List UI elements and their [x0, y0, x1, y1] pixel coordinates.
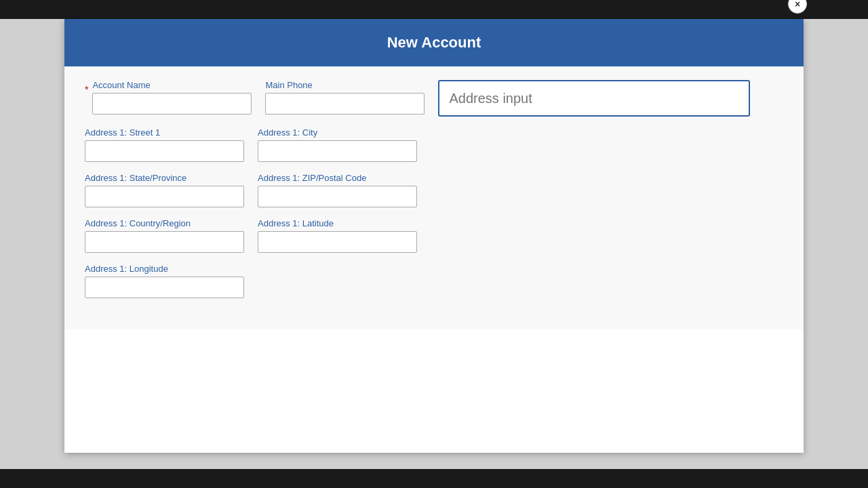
longitude-input[interactable]	[85, 277, 244, 298]
modal-header: New Account	[64, 19, 804, 66]
zip-label: Address 1: ZIP/Postal Code	[258, 173, 417, 183]
longitude-field-group: Address 1: Longitude	[85, 264, 244, 298]
city-label: Address 1: City	[258, 127, 417, 138]
zip-field-group: Address 1: ZIP/Postal Code	[258, 173, 417, 207]
account-name-field-group: Account Name	[92, 80, 252, 115]
city-input[interactable]	[258, 140, 417, 162]
latitude-field-group: Address 1: Latitude	[258, 218, 417, 253]
zip-input[interactable]	[258, 186, 417, 207]
state-field-group: Address 1: State/Province	[85, 173, 244, 207]
country-input[interactable]	[85, 231, 244, 253]
top-bar	[0, 0, 868, 19]
address-input[interactable]	[438, 80, 750, 117]
country-field-group: Address 1: Country/Region	[85, 218, 244, 253]
modal-wrapper: × New Account * Account Name Main Phone	[0, 19, 868, 469]
city-field-group: Address 1: City	[258, 127, 417, 162]
required-indicator: *	[85, 83, 88, 95]
latitude-label: Address 1: Latitude	[258, 218, 417, 228]
street1-field-group: Address 1: Street 1	[85, 127, 244, 162]
top-form-row: * Account Name Main Phone	[85, 80, 783, 117]
address-input-wrapper	[438, 80, 750, 117]
account-name-group: * Account Name	[85, 80, 252, 115]
main-phone-input[interactable]	[265, 93, 425, 115]
street1-input[interactable]	[85, 140, 244, 162]
longitude-label: Address 1: Longitude	[85, 264, 244, 274]
bottom-bar	[0, 469, 868, 488]
street1-label: Address 1: Street 1	[85, 127, 244, 138]
main-phone-label: Main Phone	[265, 80, 425, 90]
state-label: Address 1: State/Province	[85, 173, 244, 183]
state-input[interactable]	[85, 186, 244, 207]
address-country-lat-row: Address 1: Country/Region Address 1: Lat…	[85, 218, 783, 253]
modal: × New Account * Account Name Main Phone	[64, 19, 804, 453]
account-name-input[interactable]	[92, 93, 252, 115]
main-phone-field-group: Main Phone	[265, 80, 425, 115]
country-label: Address 1: Country/Region	[85, 218, 244, 228]
latitude-input[interactable]	[258, 231, 417, 253]
modal-title: New Account	[387, 34, 481, 51]
account-name-label: Account Name	[92, 80, 252, 90]
address-longitude-row: Address 1: Longitude	[85, 264, 783, 298]
modal-body: * Account Name Main Phone	[64, 66, 804, 329]
address-street-city-row: Address 1: Street 1 Address 1: City	[85, 127, 783, 162]
address-state-zip-row: Address 1: State/Province Address 1: ZIP…	[85, 173, 783, 207]
